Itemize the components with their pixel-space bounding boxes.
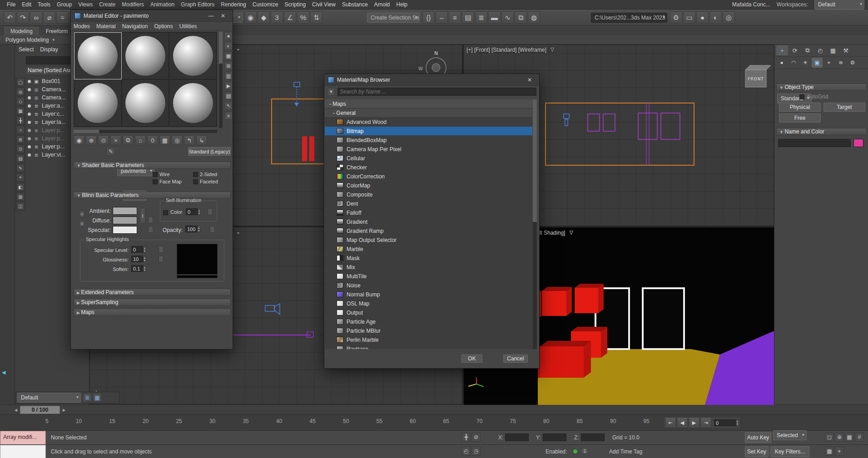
material-map-navigator-icon[interactable]: ≡ bbox=[224, 112, 233, 120]
frame-ruler[interactable]: 5101520253035404550556065707580859095 bbox=[45, 418, 650, 424]
object-type-button[interactable]: Free bbox=[779, 113, 821, 123]
menu-item[interactable]: Civil View bbox=[309, 0, 339, 9]
get-material-icon[interactable]: ◉ bbox=[74, 135, 84, 145]
specular-level-map-button[interactable] bbox=[159, 246, 164, 253]
time-step-forward-icon[interactable]: ▶ bbox=[61, 406, 67, 414]
map-item[interactable]: Normal Bump bbox=[325, 290, 532, 299]
explorer-tool-icon[interactable]: ✎ bbox=[16, 164, 25, 172]
object-type-rollout[interactable]: ▼ Object Type bbox=[776, 84, 867, 91]
maxscript-mini-listener-input[interactable] bbox=[0, 445, 46, 458]
browser-options-icon[interactable]: ▼ bbox=[327, 88, 335, 96]
select-by-material-icon[interactable]: ↖ bbox=[224, 102, 233, 110]
cancel-button[interactable]: Cancel bbox=[503, 355, 528, 363]
object-name-field[interactable] bbox=[778, 139, 851, 147]
use-pivot-center-icon[interactable]: ◉ bbox=[244, 11, 257, 24]
explorer-tool-icon[interactable]: ◧ bbox=[16, 183, 25, 191]
reset-map-icon[interactable]: × bbox=[110, 135, 121, 145]
browser-titlebar[interactable]: Material/Map Browser ✕ bbox=[324, 74, 539, 86]
select-and-manipulate-icon[interactable]: ◆ bbox=[258, 11, 270, 24]
checkbox[interactable] bbox=[153, 172, 158, 177]
per-view-filter-icon[interactable]: ∇ bbox=[570, 230, 573, 236]
show-end-result-icon[interactable]: ◎ bbox=[172, 135, 183, 145]
map-item[interactable]: Particle MBlur bbox=[325, 326, 532, 335]
material-type-button[interactable]: Standard (Legacy) bbox=[188, 147, 231, 156]
soften-spinner[interactable]: 0.1▴▾ bbox=[131, 265, 146, 272]
name-and-color-rollout[interactable]: ▼ Name and Color bbox=[776, 128, 867, 135]
sample-uv-tiling-icon[interactable]: ⊞ bbox=[224, 62, 233, 70]
unlink-selection-icon[interactable]: ⌀ bbox=[43, 11, 55, 24]
time-step-back-icon[interactable]: ◀ bbox=[13, 406, 19, 414]
assign-material-to-selection-icon[interactable]: ⊙ bbox=[98, 135, 109, 145]
viewport-layout-icon[interactable]: ▦ bbox=[845, 433, 854, 442]
checkbox[interactable] bbox=[193, 172, 198, 177]
key-mode-dropdown[interactable]: Selected bbox=[773, 430, 807, 440]
shapes-icon[interactable]: ◠ bbox=[788, 58, 799, 68]
sample-slot[interactable] bbox=[122, 80, 169, 126]
explorer-view-icon[interactable]: ▦ bbox=[93, 393, 102, 402]
map-item[interactable]: Map Output Selector bbox=[325, 236, 532, 245]
object-type-button[interactable]: Target bbox=[823, 103, 865, 112]
ambient-color-swatch[interactable] bbox=[113, 207, 137, 215]
angle-snap-icon[interactable]: ∠ bbox=[284, 11, 296, 24]
menu-item[interactable]: Group bbox=[54, 0, 75, 9]
material-editor-menu-item[interactable]: Options bbox=[154, 23, 173, 30]
extended-parameters-rollout[interactable]: ▶ Extended Parameters bbox=[74, 289, 231, 296]
display-tab-icon[interactable]: ▦ bbox=[827, 45, 839, 55]
material-editor-menu-item[interactable]: Navigation bbox=[122, 23, 148, 30]
edit-named-selection-sets-icon[interactable]: {} bbox=[422, 11, 435, 24]
tab-modeling[interactable]: Modeling bbox=[5, 27, 39, 35]
map-item[interactable]: OSL Map bbox=[325, 299, 532, 308]
snaps-toggle-icon[interactable]: 3 bbox=[271, 11, 283, 24]
viewport-menu-arrow[interactable]: ▼ bbox=[236, 231, 240, 236]
explorer-tool-icon[interactable]: ◇ bbox=[16, 97, 25, 105]
checkbox[interactable] bbox=[193, 179, 198, 184]
add-time-tag-label[interactable]: Add Time Tag bbox=[609, 448, 642, 455]
map-item[interactable]: Marble bbox=[325, 245, 532, 254]
polygon-modeling-panel[interactable]: Polygon Modeling bbox=[5, 37, 49, 43]
viewport-menu-arrow[interactable]: ▼ bbox=[236, 48, 240, 52]
make-unique-icon[interactable]: ⧉ bbox=[123, 135, 134, 145]
explorer-menu-item[interactable]: Select bbox=[19, 46, 34, 53]
put-material-to-scene-icon[interactable]: ⊕ bbox=[86, 135, 97, 145]
menu-item[interactable]: Animation bbox=[147, 0, 178, 9]
shader-basic-parameters-rollout[interactable]: ▼ Shader Basic Parameters bbox=[74, 162, 231, 169]
curve-editor-icon[interactable]: ∿ bbox=[501, 11, 514, 24]
clock-icon[interactable]: ◷ bbox=[471, 447, 481, 456]
menu-item[interactable]: Help bbox=[393, 0, 411, 9]
go-to-start-icon[interactable]: ⇤ bbox=[665, 417, 676, 428]
sample-scrollbar[interactable] bbox=[219, 32, 223, 128]
workspace-dropdown[interactable]: Default bbox=[814, 0, 864, 10]
material-editor-icon[interactable]: ◍ bbox=[528, 11, 540, 24]
create-tab-icon[interactable]: + bbox=[776, 45, 788, 55]
blinn-basic-parameters-rollout[interactable]: ▼ Blinn Basic Parameters bbox=[74, 192, 231, 199]
put-to-library-icon[interactable]: ⌂ bbox=[135, 135, 146, 145]
ok-button[interactable]: OK bbox=[461, 355, 482, 363]
opacity-spinner[interactable]: 100▴▾ bbox=[185, 226, 200, 232]
explorer-tool-icon[interactable]: ⌖ bbox=[16, 173, 25, 182]
map-item[interactable]: Particle Age bbox=[325, 317, 532, 326]
utilities-tab-icon[interactable]: ⚒ bbox=[840, 45, 852, 55]
minimize-icon[interactable]: — bbox=[205, 12, 217, 20]
material-editor-menu-item[interactable]: Modes bbox=[74, 23, 90, 30]
render-preset-icon[interactable]: ◎ bbox=[723, 11, 735, 24]
material-editor-menu-item[interactable]: Material bbox=[96, 23, 116, 30]
menu-item[interactable]: Rendering bbox=[218, 0, 249, 9]
menu-item[interactable]: Modifiers bbox=[119, 0, 147, 9]
autogrid-checkbox[interactable] bbox=[799, 94, 804, 99]
go-forward-to-sibling-icon[interactable]: ↳ bbox=[196, 135, 207, 145]
maps-group-header[interactable]: - Maps bbox=[325, 99, 532, 108]
menu-item[interactable]: Substance bbox=[339, 0, 371, 9]
time-configuration-icon[interactable]: ◴ bbox=[461, 447, 471, 456]
percent-snap-icon[interactable]: % bbox=[297, 11, 309, 24]
map-item[interactable]: Dent bbox=[325, 199, 532, 208]
map-item[interactable]: Perlin Marble bbox=[325, 335, 532, 345]
play-icon[interactable]: ▶ bbox=[689, 417, 699, 428]
x-coordinate-field[interactable] bbox=[505, 433, 529, 441]
map-item[interactable]: Output bbox=[325, 308, 532, 317]
spinner-snap-icon[interactable]: ⇅ bbox=[310, 11, 322, 24]
glossiness-map-button[interactable] bbox=[159, 256, 164, 262]
sample-slot[interactable] bbox=[122, 33, 169, 79]
map-item[interactable]: Raytrace bbox=[325, 345, 532, 349]
glossiness-spinner[interactable]: 10▴▾ bbox=[131, 256, 146, 262]
align-icon[interactable]: ≡ bbox=[449, 11, 461, 24]
